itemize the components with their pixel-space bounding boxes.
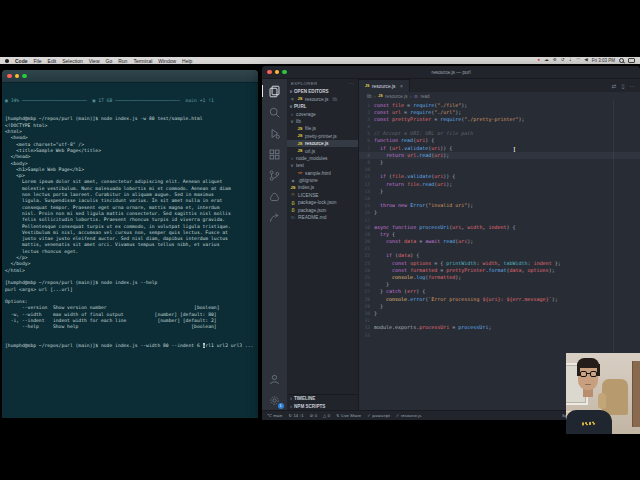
project-section-header[interactable]: ∨ PURL [287, 103, 358, 111]
file-tree-item-url-js[interactable]: JSurl.js [287, 147, 358, 154]
section-npm-scripts[interactable]: ›NPM SCRIPTS [287, 403, 358, 411]
screen: CodeFileEditSelectionViewGoRunTerminalWi… [0, 0, 640, 480]
file-tree-item-index-js[interactable]: JSindex.js [287, 184, 358, 191]
terminal-minimize-button[interactable] [15, 74, 20, 79]
file-tree: ›coverage∨libJSfile.jsJSpretty-printer.j… [287, 110, 358, 221]
explorer-sidebar: EXPLORER ··· ∨ OPEN EDITORS × JS resourc… [287, 79, 358, 410]
more-actions-icon[interactable]: ··· [630, 83, 636, 89]
menu-code[interactable]: Code [15, 58, 28, 64]
menu-go[interactable]: Go [106, 58, 113, 64]
breadcrumb-segment[interactable]: resource.js [385, 94, 407, 99]
cloud-icon[interactable]: ☁ [544, 58, 549, 63]
file-tree-item--gitignore[interactable]: ◆.gitignore [287, 177, 358, 184]
menu-clock[interactable]: Fri 3:03 PM [592, 58, 615, 63]
apple-menu-icon[interactable] [5, 59, 9, 63]
code-line: 13 } [359, 188, 640, 195]
file-tree-item-license[interactable]: ©LICENSE [287, 192, 358, 199]
js-file-icon: JS [297, 97, 303, 101]
open-changes-icon[interactable]: ⇄ [612, 83, 617, 89]
menu-help[interactable]: Help [182, 58, 192, 64]
presenter-head [578, 360, 598, 390]
file-tree-item-lib[interactable]: ∨lib [287, 118, 358, 125]
menu-run[interactable]: Run [118, 58, 127, 64]
close-editor-icon[interactable]: × [290, 97, 295, 102]
breadcrumb[interactable]: lib›JSresource.js›⊙read [359, 92, 640, 100]
open-editors-section[interactable]: ∨ OPEN EDITORS [287, 88, 358, 96]
vscode-minimize-button[interactable] [275, 70, 280, 75]
tab-close-icon[interactable]: × [400, 84, 403, 89]
file-tree-item-coverage[interactable]: ›coverage [287, 110, 358, 117]
wifi-icon[interactable]: ◠ [576, 58, 580, 63]
volume-icon[interactable]: ◀ [584, 58, 587, 63]
terminal-close-button[interactable] [7, 74, 12, 79]
menu-view[interactable]: View [89, 58, 100, 64]
gear-status-icon[interactable]: ⚙ [553, 58, 557, 63]
run-debug-icon[interactable] [268, 126, 282, 140]
settings-gear-icon[interactable]: 1 [268, 393, 282, 407]
open-editor-item[interactable]: × JS resource.js lib [287, 96, 358, 103]
explorer-more-actions-icon[interactable]: ··· [349, 81, 355, 86]
accounts-icon[interactable] [268, 372, 282, 386]
split-editor-icon[interactable]: ▯ [621, 83, 624, 89]
file-tree-item-pretty-printer-js[interactable]: JSpretty-printer.js [287, 133, 358, 140]
menu-selection[interactable]: Selection [62, 58, 83, 64]
terminal-output[interactable]: ▣ 34% ─────────────────────── ▣ 17 GB ──… [2, 83, 258, 417]
terminal-status-line: ▣ 34% ─────────────────────── ▣ 17 GB ──… [5, 98, 255, 104]
code-line: 10 [359, 166, 640, 173]
time-machine-icon[interactable]: ↺ [561, 58, 565, 63]
file-tree-item-resource-js[interactable]: JSresource.js [287, 140, 358, 147]
status-check[interactable]: ✓resource.js [396, 413, 422, 418]
file-tree-item-file-js[interactable]: JSfile.js [287, 125, 358, 132]
status-check[interactable]: ✓javascript [367, 413, 390, 418]
presenter-neck [583, 389, 593, 397]
terminal-window[interactable]: ▣ 34% ─────────────────────── ▣ 17 GB ──… [2, 70, 258, 418]
breadcrumb-segment[interactable]: lib [367, 94, 372, 99]
file-tree-item-package-lock-json[interactable]: {}package-lock.json [287, 199, 358, 206]
status-sync[interactable]: ↻14 ↑1 [288, 413, 303, 418]
status-branch[interactable]: ⌥main [267, 413, 282, 418]
spotlight-search-icon[interactable] [619, 58, 624, 63]
extensions-icon[interactable] [268, 147, 282, 161]
js-file-icon: JS [378, 94, 382, 98]
terminal-line: Lorem ipsum dolor sit amet, consectetur … [5, 179, 255, 185]
settings-badge: 1 [278, 403, 284, 409]
vscode-close-button[interactable] [267, 70, 272, 75]
menu-edit[interactable]: Edit [48, 58, 57, 64]
presenter-mouth [585, 384, 591, 385]
menu-window[interactable]: Window [158, 58, 176, 64]
terminal-titlebar[interactable] [2, 70, 258, 83]
control-center-icon[interactable] [628, 58, 635, 64]
file-tree-item-package-json[interactable]: {}package.json [287, 206, 358, 213]
live-share-icon[interactable] [268, 189, 282, 203]
code-line: 3const prettyPrinter = require("./pretty… [359, 116, 640, 123]
file-tree-item-readme-md[interactable]: ⓘREADME.md [287, 214, 358, 221]
code-line: 6function read(uri) { [359, 137, 640, 144]
tab-resource-js[interactable]: JS resource.js × [359, 79, 410, 92]
presenter-glasses [579, 371, 597, 377]
record-icon[interactable]: ● [538, 58, 541, 63]
section-timeline[interactable]: ›TIMELINE [287, 395, 358, 403]
file-tree-item-test[interactable]: ∨test [287, 162, 358, 169]
remote-explorer-icon[interactable] [268, 210, 282, 224]
file-tree-item-node-modules[interactable]: ›node_modules [287, 155, 358, 162]
search-icon[interactable] [268, 105, 282, 119]
vscode-titlebar[interactable]: resource.js — purl [262, 66, 640, 79]
status-errors[interactable]: ⊘0 [310, 413, 317, 418]
menu-bar-status-area: ●☁⚙↺⇣◠◀ Fri 3:03 PM [538, 58, 636, 64]
menu-file[interactable]: File [34, 58, 42, 64]
file-tree-item-sample-html[interactable]: <>sample.html [287, 170, 358, 177]
terminal-zoom-button[interactable] [22, 74, 27, 79]
code-line: 2const url = require("./url"); [359, 109, 640, 116]
breadcrumb-segment[interactable]: read [420, 94, 429, 99]
code-line: 8 return url.read(uri); [359, 152, 640, 159]
sidebar-bottom-sections: ›TIMELINE›NPM SCRIPTS [287, 394, 358, 410]
code-line: 4 [359, 123, 640, 130]
keyboard-brightness-icon[interactable]: ⇣ [569, 58, 573, 63]
source-control-icon[interactable] [268, 168, 282, 182]
code-line: 17 [359, 217, 640, 224]
status-live-share[interactable]: ↯Live Share [336, 413, 361, 418]
menu-terminal[interactable]: Terminal [133, 58, 152, 64]
status-warnings[interactable]: △0 [323, 413, 330, 418]
vscode-zoom-button[interactable] [282, 70, 287, 75]
explorer-icon[interactable] [268, 84, 282, 98]
